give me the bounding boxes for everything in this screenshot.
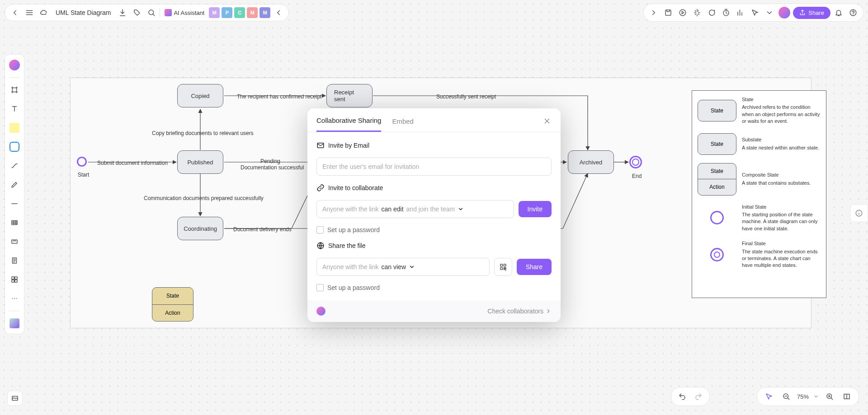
sticky-note-tool[interactable] bbox=[8, 121, 21, 135]
collaborator-avatar[interactable]: P bbox=[222, 7, 232, 18]
email-input[interactable] bbox=[316, 158, 552, 176]
ai-icon bbox=[165, 9, 172, 16]
frame-tool[interactable] bbox=[8, 83, 21, 97]
minimap-toggle[interactable] bbox=[7, 391, 23, 406]
svg-rect-18 bbox=[504, 264, 506, 266]
collaborator-avatar[interactable]: M bbox=[209, 7, 220, 18]
brand-palette-icon[interactable] bbox=[8, 58, 21, 72]
zoom-level[interactable]: 75% bbox=[797, 393, 809, 400]
svg-rect-10 bbox=[12, 280, 14, 282]
collaborator-avatar[interactable]: M bbox=[259, 7, 270, 18]
edge-label: Documentation successful bbox=[241, 164, 304, 171]
ai-assistant-button[interactable]: AI Assistant bbox=[162, 9, 207, 16]
pointer-mode-button[interactable] bbox=[763, 390, 775, 403]
cursor-icon[interactable] bbox=[749, 6, 761, 19]
start-label: Start bbox=[78, 172, 89, 178]
brand-logo-icon bbox=[316, 307, 326, 316]
edge-label: The recipient has confirmed receipt bbox=[237, 93, 321, 100]
document-title[interactable]: UML State Diagram bbox=[52, 9, 114, 16]
share-modal: Collaborative Sharing Embed Invite by Em… bbox=[307, 108, 561, 322]
globe-icon bbox=[316, 242, 325, 250]
edge-label: Document delivery ends bbox=[233, 226, 292, 233]
legend-final-icon bbox=[698, 248, 736, 261]
svg-rect-17 bbox=[500, 264, 503, 266]
state-node-copied[interactable]: Copied bbox=[177, 84, 223, 107]
notifications-icon[interactable] bbox=[832, 6, 845, 19]
textbox-tool[interactable] bbox=[8, 235, 21, 248]
end-label: End bbox=[632, 173, 642, 179]
legend-composite-box: State Action bbox=[698, 163, 736, 196]
chevron-right-icon bbox=[545, 307, 552, 315]
share-button[interactable]: Share bbox=[793, 7, 830, 19]
state-node-coordinating[interactable]: Coordinating bbox=[177, 217, 223, 240]
more-options-icon[interactable] bbox=[763, 6, 776, 19]
share-file-section-label: Share the file bbox=[316, 242, 552, 250]
back-button[interactable] bbox=[9, 6, 21, 19]
invite-email-section-label: Invite by Email bbox=[316, 141, 552, 149]
collaborator-avatar[interactable]: C bbox=[234, 7, 245, 18]
more-tools[interactable] bbox=[8, 292, 21, 305]
email-icon bbox=[316, 141, 325, 149]
legend-panel: State StateArchived refers to the condit… bbox=[692, 90, 826, 298]
pen-tool[interactable] bbox=[8, 178, 21, 191]
zoom-in-button[interactable] bbox=[823, 390, 836, 403]
timer-icon[interactable] bbox=[720, 6, 732, 19]
edge-label: Pending bbox=[260, 158, 280, 164]
check-collaborators-link[interactable]: Check collaborators bbox=[487, 307, 552, 315]
play-icon[interactable] bbox=[676, 6, 689, 19]
user-avatar[interactable] bbox=[778, 6, 791, 19]
close-icon[interactable] bbox=[542, 116, 552, 126]
menu-button[interactable] bbox=[23, 6, 36, 19]
svg-point-14 bbox=[16, 298, 17, 299]
state-node-published[interactable]: Published bbox=[177, 150, 223, 174]
expand-left-icon[interactable] bbox=[647, 6, 660, 19]
line-tool[interactable] bbox=[8, 197, 21, 210]
share-permission-select[interactable]: Anyone with the link can view bbox=[316, 258, 490, 276]
legend-substate-box: State bbox=[698, 133, 736, 155]
history-bar bbox=[671, 387, 710, 406]
collaborator-avatar[interactable]: M bbox=[247, 7, 258, 18]
svg-rect-9 bbox=[15, 277, 17, 279]
qr-code-button[interactable] bbox=[494, 258, 512, 276]
final-state-node[interactable] bbox=[629, 156, 642, 168]
help-icon[interactable] bbox=[847, 6, 859, 19]
chevron-down-icon[interactable] bbox=[813, 392, 819, 401]
share-password-checkbox[interactable]: Set up a password bbox=[316, 284, 552, 291]
collaborate-password-checkbox[interactable]: Set up a password bbox=[316, 226, 552, 233]
svg-rect-5 bbox=[12, 221, 17, 225]
tag-button[interactable] bbox=[131, 6, 143, 19]
tab-collaborative-sharing[interactable]: Collaborative Sharing bbox=[316, 117, 381, 132]
text-tool[interactable] bbox=[8, 102, 21, 116]
collapse-right-icon[interactable] bbox=[272, 6, 285, 19]
comment-icon[interactable] bbox=[705, 6, 718, 19]
invite-button[interactable]: Invite bbox=[519, 201, 552, 217]
state-node-receipt-sent[interactable]: Receipt sent bbox=[326, 84, 373, 107]
zoom-bar: 75% bbox=[757, 387, 859, 406]
tab-embed[interactable]: Embed bbox=[392, 117, 414, 131]
share-file-button[interactable]: Share bbox=[517, 259, 552, 275]
svg-point-2 bbox=[680, 9, 686, 16]
free-composite-node[interactable]: State Action bbox=[152, 287, 193, 322]
save-icon[interactable] bbox=[662, 6, 675, 19]
fit-screen-button[interactable] bbox=[840, 390, 853, 403]
collaborate-permission-select[interactable]: Anyone with the link can edit and join t… bbox=[316, 200, 514, 218]
legend-initial-icon bbox=[698, 211, 736, 224]
initial-state-node[interactable] bbox=[77, 157, 87, 167]
chart-icon[interactable] bbox=[734, 6, 747, 19]
download-button[interactable] bbox=[116, 6, 129, 19]
state-node-archived[interactable]: Archived bbox=[568, 150, 614, 174]
link-icon bbox=[316, 184, 325, 192]
legend-state-box: State bbox=[698, 100, 736, 121]
undo-button[interactable] bbox=[676, 390, 689, 403]
info-panel-toggle[interactable] bbox=[850, 204, 868, 222]
grid-tool[interactable] bbox=[8, 273, 21, 286]
zoom-out-button[interactable] bbox=[780, 390, 793, 403]
connector-tool[interactable] bbox=[8, 159, 21, 173]
automation-icon[interactable] bbox=[691, 6, 703, 19]
shape-tool[interactable] bbox=[8, 140, 21, 154]
document-tool[interactable] bbox=[8, 254, 21, 267]
templates-icon[interactable] bbox=[8, 317, 21, 330]
table-tool[interactable] bbox=[8, 216, 21, 229]
redo-button[interactable] bbox=[692, 390, 705, 403]
search-button[interactable] bbox=[145, 6, 158, 19]
